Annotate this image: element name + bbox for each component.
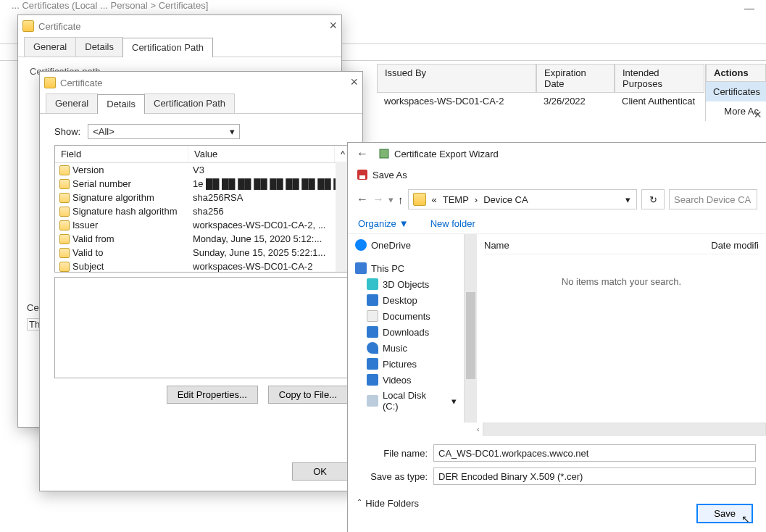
nav-3dobjects[interactable]: 3D Objects bbox=[354, 276, 458, 292]
nav-documents-label: Documents bbox=[383, 311, 430, 322]
detail-value: sha256 bbox=[188, 205, 347, 217]
cell-intended: Client Authenticat bbox=[615, 96, 704, 107]
detail-row[interactable]: Serial number1e ██ ██ ██ ██ ██ ██ ██ ██ … bbox=[55, 177, 347, 191]
nav-thispc[interactable]: This PC bbox=[354, 260, 458, 276]
detail-field: Version bbox=[72, 165, 104, 175]
field-icon bbox=[59, 220, 70, 230]
nav-pictures[interactable]: Pictures bbox=[354, 356, 458, 372]
field-icon bbox=[59, 193, 70, 203]
filecol-date[interactable]: Date modifi bbox=[711, 240, 759, 251]
col-expiration[interactable]: Expiration Date bbox=[536, 64, 615, 93]
nav-up-icon[interactable]: ↑ bbox=[398, 194, 404, 206]
nav-desktop[interactable]: Desktop bbox=[354, 292, 458, 308]
filename-label: File name: bbox=[358, 448, 428, 459]
col-intended[interactable]: Intended Purposes bbox=[615, 64, 704, 93]
new-folder-button[interactable]: New folder bbox=[430, 218, 475, 229]
organize-menu[interactable]: Organize ▼ bbox=[358, 218, 409, 229]
address-bar[interactable]: « TEMP › Device CA ▾ bbox=[408, 189, 638, 209]
hscroll-left-icon[interactable]: ‹ bbox=[477, 425, 480, 433]
filename-input[interactable]: CA_WS-DC01.workpaces.wwco.net bbox=[433, 444, 756, 462]
cert2-close-icon[interactable]: × bbox=[350, 75, 358, 90]
detail-row[interactable]: VersionV3 bbox=[55, 163, 347, 177]
nav-videos-label: Videos bbox=[383, 375, 412, 386]
edit-properties-button[interactable]: Edit Properties... bbox=[167, 386, 258, 404]
nav-music[interactable]: Music bbox=[354, 340, 458, 356]
col-field[interactable]: Field bbox=[55, 146, 188, 162]
col-issued-by[interactable]: Issued By bbox=[377, 64, 536, 93]
cert2-tab-details[interactable]: Details bbox=[97, 94, 145, 114]
detail-row[interactable]: Issuerworkspaces-WS-DC01-CA-2, ... bbox=[55, 218, 347, 232]
actions-certificates[interactable]: Certificates bbox=[706, 82, 766, 101]
actions-close-icon[interactable]: × bbox=[754, 107, 762, 122]
search-input[interactable]: Search Device CA bbox=[669, 189, 757, 209]
mmc-window-title: ... Certificates (Local ... Personal > C… bbox=[0, 0, 766, 16]
detail-row[interactable]: Subjectworkspaces-WS-DC01-CA-2 bbox=[55, 259, 347, 273]
detail-row[interactable]: Signature algorithmsha256RSA bbox=[55, 191, 347, 204]
nav-fwd-icon[interactable]: → bbox=[372, 193, 384, 206]
nav-thispc-label: This PC bbox=[371, 263, 404, 274]
search-placeholder: Search Device CA bbox=[674, 194, 751, 205]
nav-downloads[interactable]: Downloads bbox=[354, 324, 458, 340]
cert2-tab-general[interactable]: General bbox=[46, 93, 98, 113]
cube-icon bbox=[367, 278, 378, 290]
cert1-tab-certpath[interactable]: Certification Path bbox=[122, 38, 213, 57]
filecol-name[interactable]: Name bbox=[484, 240, 593, 251]
field-icon bbox=[59, 262, 70, 272]
refresh-button[interactable]: ↻ bbox=[641, 189, 665, 209]
detail-field: Issuer bbox=[72, 220, 98, 230]
empty-msg: No items match your search. bbox=[484, 254, 759, 309]
ok-button[interactable]: OK bbox=[292, 462, 348, 481]
detail-row[interactable]: Valid toSunday, June 15, 2025 5:22:1... bbox=[55, 246, 347, 259]
desktop-icon bbox=[367, 294, 378, 306]
detail-field: Valid to bbox=[72, 247, 103, 258]
breadcrumb-temp[interactable]: TEMP bbox=[443, 194, 469, 205]
folder-icon bbox=[413, 193, 426, 206]
nav-localdisk[interactable]: Local Disk (C:)▾ bbox=[354, 388, 458, 414]
saveas-title: Save As bbox=[372, 170, 407, 180]
listbox-scrollbar[interactable] bbox=[336, 162, 347, 272]
detail-row[interactable]: Signature hash algorithmsha256 bbox=[55, 204, 347, 218]
wizard-title: Certificate Export Wizard bbox=[394, 149, 499, 159]
cert1-title: Certificate bbox=[38, 21, 81, 32]
detail-row[interactable]: Valid fromMonday, June 15, 2020 5:12:... bbox=[55, 232, 347, 246]
field-icon bbox=[59, 234, 70, 244]
cursor-icon: ↖ bbox=[741, 513, 750, 525]
breadcrumb-sep: « bbox=[432, 194, 437, 205]
detail-textbox[interactable] bbox=[54, 277, 348, 378]
nav-onedrive[interactable]: OneDrive bbox=[354, 237, 458, 253]
scroll-up-icon[interactable]: ^ bbox=[335, 146, 347, 162]
nav-documents[interactable]: Documents bbox=[354, 308, 458, 324]
breadcrumb-deviceca[interactable]: Device CA bbox=[483, 194, 528, 205]
chevron-right-icon: › bbox=[475, 194, 478, 205]
download-icon bbox=[367, 326, 378, 338]
detail-value: Monday, June 15, 2020 5:12:... bbox=[188, 233, 347, 245]
savetype-dropdown[interactable]: DER Encoded Binary X.509 (*.cer) bbox=[433, 467, 756, 485]
nav-back-icon[interactable]: ← bbox=[357, 193, 368, 206]
cloud-icon bbox=[355, 239, 367, 251]
system-minimize[interactable]: — bbox=[744, 2, 754, 14]
col-value[interactable]: Value bbox=[188, 146, 335, 162]
nav-downloads-label: Downloads bbox=[383, 327, 429, 338]
cert1-tab-general[interactable]: General bbox=[24, 37, 76, 57]
cert1-close-icon[interactable]: × bbox=[329, 18, 337, 33]
address-dropdown-icon[interactable]: ▾ bbox=[625, 194, 630, 205]
export-wizard-icon bbox=[378, 148, 390, 159]
picture-icon bbox=[367, 358, 378, 370]
show-label: Show: bbox=[54, 126, 80, 137]
navpane-scrollbar[interactable] bbox=[464, 234, 477, 423]
nav-desktop-label: Desktop bbox=[383, 295, 417, 306]
filepane-hscrollbar[interactable] bbox=[483, 423, 766, 436]
copy-to-file-button[interactable]: Copy to File... bbox=[268, 386, 348, 404]
field-icon bbox=[59, 207, 70, 217]
detail-field: Subject bbox=[72, 261, 104, 272]
cert2-tab-certpath[interactable]: Certification Path bbox=[144, 93, 235, 113]
cert1-tab-details[interactable]: Details bbox=[75, 37, 123, 57]
detail-value: sha256RSA bbox=[188, 191, 347, 204]
nav-recent-icon[interactable]: ▾ bbox=[388, 194, 394, 205]
wizard-back-icon[interactable]: ← bbox=[357, 147, 368, 160]
nav-3dobjects-label: 3D Objects bbox=[383, 279, 429, 290]
show-value: <All> bbox=[93, 126, 115, 137]
show-dropdown[interactable]: <All> ▾ bbox=[88, 124, 240, 139]
nav-videos[interactable]: Videos bbox=[354, 372, 458, 388]
chevron-down-icon[interactable]: ▾ bbox=[451, 396, 457, 407]
